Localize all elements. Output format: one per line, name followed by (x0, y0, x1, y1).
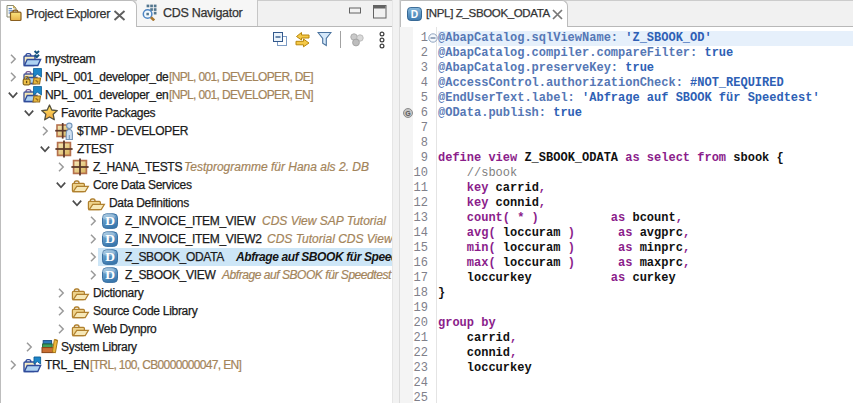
svg-text:D: D (105, 213, 115, 228)
svg-text:D: D (105, 267, 115, 282)
svg-text:D: D (105, 249, 115, 264)
svg-text:D: D (411, 9, 418, 20)
svg-text:D: D (105, 231, 115, 246)
